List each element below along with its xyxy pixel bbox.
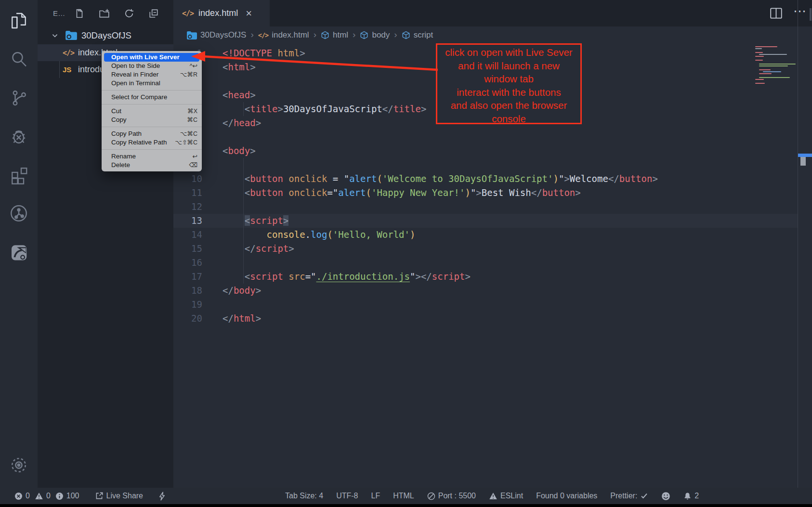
status-item-live-share[interactable]: Live Share xyxy=(95,492,144,500)
folder-icon xyxy=(187,31,197,39)
status-item-port-5500[interactable]: Port : 5500 xyxy=(427,492,476,500)
menu-item-open-with-live-server[interactable]: Open with Live Server xyxy=(104,53,199,62)
warning-filled-icon xyxy=(489,492,498,500)
line-content: </html> xyxy=(223,312,261,325)
mouse-cursor-artifact xyxy=(800,157,806,166)
breadcrumb: 30DaysOfJS›</>index.html›html›body›scrip… xyxy=(173,26,812,44)
menu-item-rename[interactable]: Rename↩ xyxy=(102,152,202,161)
new-folder-icon[interactable] xyxy=(99,8,110,19)
menu-item-shortcut: ^↩ xyxy=(190,62,197,70)
menu-item-open-to-the-side[interactable]: Open to the Side^↩ xyxy=(102,62,202,70)
refresh-icon[interactable] xyxy=(124,8,134,19)
breadcrumb-label: script xyxy=(414,30,433,40)
menu-item-label: Delete xyxy=(111,161,189,169)
annotation-line: click on open with Live Sever xyxy=(437,46,580,59)
menu-item-reveal-in-finder[interactable]: Reveal in Finder⌥⌘R xyxy=(102,70,202,79)
status-item-prettier-[interactable]: Prettier: xyxy=(610,492,648,500)
menu-item-shortcut: ⌘X xyxy=(187,107,197,116)
breadcrumb-item-script[interactable]: script xyxy=(402,30,433,40)
js-file-icon: JS xyxy=(63,65,78,75)
overview-ruler-border xyxy=(798,0,798,488)
breadcrumb-item-index.html[interactable]: </>index.html xyxy=(258,30,309,40)
collapse-all-icon[interactable] xyxy=(148,8,159,19)
line-content: </head> xyxy=(223,116,261,130)
status-item-tab-size-4[interactable]: Tab Size: 4 xyxy=(285,492,323,500)
more-actions-icon[interactable]: ⋯ xyxy=(793,9,807,18)
line-number: 10 xyxy=(173,172,202,186)
lightning-icon xyxy=(158,492,166,501)
breadcrumb-item-html[interactable]: html xyxy=(321,30,348,40)
menu-item-select-for-compare[interactable]: Select for Compare xyxy=(102,93,202,102)
menu-item-copy-relative-path[interactable]: Copy Relative Path⌥⇧⌘C xyxy=(102,138,202,147)
settings-gear-icon[interactable] xyxy=(0,449,38,481)
status-item-found-0-variables[interactable]: Found 0 variables xyxy=(536,492,597,500)
remote-circle-icon[interactable] xyxy=(0,197,38,229)
line-number: 12 xyxy=(173,200,202,214)
symbol-cube-icon xyxy=(360,31,368,39)
line-number: 13 xyxy=(173,214,202,228)
extensions-icon[interactable] xyxy=(0,159,38,191)
menu-item-label: Open in Terminal xyxy=(111,79,197,88)
status-label: UTF-8 xyxy=(336,492,358,500)
html-file-icon: </> xyxy=(182,9,194,18)
status-bar: 00100Live Share Tab Size: 4UTF-8LFHTMLPo… xyxy=(0,488,812,504)
menu-item-open-in-terminal[interactable]: Open in Terminal xyxy=(102,79,202,88)
split-editor-icon[interactable] xyxy=(770,7,783,19)
folder-row-30daysofjs[interactable]: 30DaysOfJS xyxy=(38,26,173,44)
status-item-0[interactable]: 0 xyxy=(14,492,30,500)
status-label: 0 xyxy=(46,492,51,500)
status-label: Prettier: xyxy=(610,492,637,500)
folder-name: 30DaysOfJS xyxy=(81,30,131,41)
menu-item-copy-path[interactable]: Copy Path⌥⌘C xyxy=(102,130,202,138)
status-label: Tab Size: 4 xyxy=(285,492,323,500)
code-line-7: 7 xyxy=(173,130,798,144)
new-file-icon[interactable] xyxy=(74,8,85,19)
status-item-eslint[interactable]: ESLint xyxy=(489,492,523,500)
status-item-smiley[interactable] xyxy=(661,492,670,501)
status-item-100[interactable]: 100 xyxy=(55,492,79,500)
menu-item-copy[interactable]: Copy⌘C xyxy=(102,116,202,124)
status-item-lf[interactable]: LF xyxy=(371,492,380,500)
source-control-icon[interactable] xyxy=(0,82,38,114)
slash-circle-icon xyxy=(427,492,435,500)
live-share-icon[interactable] xyxy=(0,236,38,268)
status-item-0[interactable]: 0 xyxy=(35,492,51,500)
menu-item-label: Open to the Side xyxy=(111,62,190,70)
status-item-2[interactable]: 2 xyxy=(683,492,699,501)
breadcrumb-separator: › xyxy=(314,29,316,40)
run-debug-icon[interactable] xyxy=(0,120,38,152)
breadcrumb-item-30DaysOfJS[interactable]: 30DaysOfJS xyxy=(187,30,246,40)
search-icon[interactable] xyxy=(0,43,38,75)
status-item-html[interactable]: HTML xyxy=(393,492,414,500)
menu-item-label: Copy Path xyxy=(111,130,180,138)
explorer-icon[interactable] xyxy=(0,5,38,37)
line-content: <title>30DaysOfJavaScript</title> xyxy=(223,102,426,116)
breadcrumb-item-body[interactable]: body xyxy=(360,30,390,40)
check-icon xyxy=(640,492,648,500)
status-label: Port : 5500 xyxy=(438,492,476,500)
smiley-icon xyxy=(661,492,670,501)
status-item-lightning[interactable] xyxy=(158,492,166,501)
line-content: </script> xyxy=(223,242,294,256)
menu-item-label: Copy xyxy=(111,116,187,124)
code-line-15: 15 </script> xyxy=(173,242,798,256)
menu-item-delete[interactable]: Delete⌫ xyxy=(102,161,202,169)
tab-index-html[interactable]: </> index.html × xyxy=(173,0,270,26)
status-label: 0 xyxy=(26,492,30,500)
status-label: LF xyxy=(371,492,380,500)
status-right: Tab Size: 4UTF-8LFHTMLPort : 5500ESLintF… xyxy=(285,492,699,501)
menu-item-label: Reveal in Finder xyxy=(111,70,180,79)
status-item-utf-8[interactable]: UTF-8 xyxy=(336,492,358,500)
scrollbar-nub[interactable] xyxy=(810,8,812,21)
status-label: 100 xyxy=(66,492,79,500)
code-line-16: 16 xyxy=(173,256,798,270)
line-content: <script> xyxy=(223,214,288,228)
menu-item-cut[interactable]: Cut⌘X xyxy=(102,107,202,116)
breadcrumb-separator: › xyxy=(250,29,253,40)
menu-item-shortcut: ↩ xyxy=(193,152,197,161)
menu-item-label: Copy Relative Path xyxy=(111,138,175,147)
menu-item-shortcut: ⌥⌘R xyxy=(180,70,197,79)
code-line-17: 17 <script src="./introduction.js"></scr… xyxy=(173,270,798,284)
tab-close-icon[interactable]: × xyxy=(246,8,252,19)
status-label: HTML xyxy=(393,492,414,500)
